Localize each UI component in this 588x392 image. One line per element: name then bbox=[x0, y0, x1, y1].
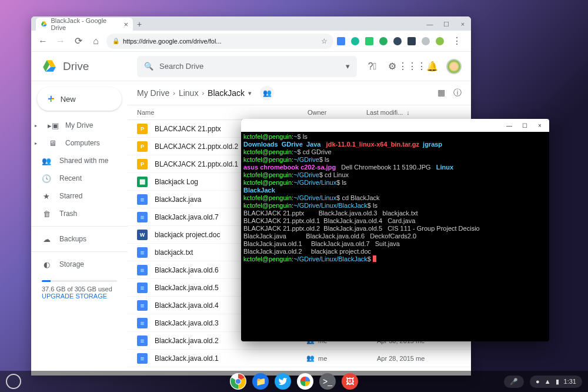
file-type-icon bbox=[137, 300, 148, 311]
info-icon[interactable]: ⓘ bbox=[453, 88, 462, 98]
chromeos-shelf: 📁>_🖼 🎤 ● ▲ ▮ 1:31 bbox=[0, 371, 588, 392]
share-folder-icon[interactable]: 👥 bbox=[260, 86, 274, 100]
back-button[interactable]: ← bbox=[36, 34, 50, 48]
header-icons: ?⃝ ⚙ ⋮⋮⋮ 🔔 bbox=[366, 59, 462, 74]
avatar[interactable] bbox=[446, 59, 462, 74]
wifi-icon: ▲ bbox=[544, 378, 551, 385]
status-tray[interactable]: ● ▲ ▮ 1:31 bbox=[530, 376, 582, 388]
sidebar-icon: ★ bbox=[42, 192, 51, 201]
extension-icon[interactable] bbox=[365, 37, 373, 45]
search-input[interactable]: 🔍 Search Drive ▾ bbox=[137, 56, 357, 77]
extension-icon[interactable] bbox=[337, 37, 345, 45]
tab-bar: BlackJack - Google Drive × + — ☐ × bbox=[31, 16, 471, 31]
sidebar-item-shared-with-me[interactable]: 👥Shared with me bbox=[31, 152, 128, 170]
launcher-button[interactable] bbox=[6, 374, 21, 389]
home-button[interactable]: ⌂ bbox=[89, 34, 103, 48]
extension-icon[interactable] bbox=[422, 37, 430, 45]
sidebar-icon: 👥 bbox=[42, 157, 51, 165]
window-controls: — ☐ × bbox=[422, 18, 471, 31]
terminal-titlebar: — ☐ × bbox=[241, 119, 549, 132]
extension-icon[interactable] bbox=[351, 37, 359, 45]
grid-view-icon[interactable]: ▦ bbox=[437, 88, 445, 98]
address-bar: ← → ⟳ ⌂ 🔒 https://drive.google.com/drive… bbox=[31, 31, 471, 52]
terminal-maximize-button[interactable]: ☐ bbox=[517, 120, 532, 131]
shelf-status[interactable]: 🎤 ● ▲ ▮ 1:31 bbox=[504, 376, 582, 388]
breadcrumb: My Drive › Linux › BlackJack ▾ 👥 ▦ ⓘ bbox=[128, 81, 471, 105]
battery-icon: ▮ bbox=[556, 378, 559, 386]
terminal-body[interactable]: kctofel@penguin:~$ lsDownloads GDrive Ja… bbox=[241, 132, 549, 264]
chevron-right-icon: › bbox=[173, 89, 175, 97]
extension-icon[interactable] bbox=[407, 37, 416, 45]
file-row[interactable]: BlackJack.java.old.1👥meApr 28, 2015 me bbox=[128, 350, 471, 367]
plus-icon: + bbox=[48, 92, 55, 106]
chevron-down-icon[interactable]: ▾ bbox=[248, 89, 252, 97]
shelf-apps: 📁>_🖼 bbox=[230, 373, 358, 390]
file-owner: me bbox=[318, 355, 377, 362]
file-type-icon bbox=[137, 283, 148, 293]
shelf-app-chrome[interactable] bbox=[230, 373, 246, 390]
notifications-icon[interactable]: 🔔 bbox=[426, 61, 438, 72]
mic-button[interactable]: 🎤 bbox=[504, 376, 524, 388]
notification-dot-icon: ● bbox=[536, 378, 540, 385]
list-header: Name Owner Last modifi...↓ bbox=[128, 105, 471, 120]
column-owner[interactable]: Owner bbox=[308, 109, 366, 116]
drive-header: Drive 🔍 Search Drive ▾ ?⃝ ⚙ ⋮⋮⋮ 🔔 bbox=[31, 52, 471, 81]
file-name: BlackJack.java.old.1 bbox=[155, 354, 306, 363]
new-tab-button[interactable]: + bbox=[133, 18, 146, 31]
extension-icon[interactable] bbox=[393, 37, 402, 45]
column-modified[interactable]: Last modifi...↓ bbox=[366, 109, 410, 116]
file-type-icon bbox=[137, 247, 148, 258]
drive-logo-icon bbox=[41, 59, 58, 74]
sidebar-item-computers[interactable]: 🖥Computers bbox=[31, 134, 128, 152]
maximize-button[interactable]: ☐ bbox=[438, 18, 455, 31]
shelf-app-photos[interactable] bbox=[297, 373, 313, 390]
tab-close-icon[interactable]: × bbox=[123, 20, 128, 29]
terminal-minimize-button[interactable]: — bbox=[502, 120, 516, 131]
extension-icons: ⋮ bbox=[337, 34, 466, 48]
sidebar-item-starred[interactable]: ★Starred bbox=[31, 187, 128, 205]
sidebar-item-trash[interactable]: 🗑Trash bbox=[31, 205, 128, 222]
sidebar-icon: 🕓 bbox=[42, 174, 51, 183]
cloud-outline-icon: ◐ bbox=[42, 260, 51, 269]
breadcrumb-current[interactable]: BlackJack bbox=[208, 88, 245, 98]
extension-icon[interactable] bbox=[379, 37, 387, 45]
new-button[interactable]: + New bbox=[37, 87, 122, 111]
bookmark-star-icon[interactable]: ☆ bbox=[321, 37, 328, 45]
file-type-icon bbox=[137, 124, 148, 134]
file-type-icon bbox=[137, 265, 148, 275]
shelf-app-screenshot[interactable]: 🖼 bbox=[342, 373, 358, 390]
clock: 1:31 bbox=[564, 378, 576, 385]
forward-button[interactable]: → bbox=[54, 34, 68, 48]
apps-grid-icon[interactable]: ⋮⋮⋮ bbox=[406, 61, 418, 72]
upgrade-storage-link[interactable]: UPGRADE STORAGE bbox=[42, 293, 117, 300]
reload-button[interactable]: ⟳ bbox=[71, 34, 85, 48]
column-name[interactable]: Name bbox=[137, 109, 308, 116]
shared-icon: 👥 bbox=[306, 354, 315, 362]
file-type-icon bbox=[137, 177, 148, 187]
sidebar-item-my-drive[interactable]: ▸▣My Drive bbox=[31, 117, 128, 134]
sidebar-item-recent[interactable]: 🕓Recent bbox=[31, 170, 128, 187]
drive-logo[interactable]: Drive bbox=[41, 59, 128, 74]
terminal-close-button[interactable]: × bbox=[533, 120, 547, 131]
file-type-icon bbox=[137, 335, 148, 346]
breadcrumb-item[interactable]: My Drive bbox=[137, 88, 169, 98]
close-button[interactable]: × bbox=[455, 18, 471, 31]
url-field[interactable]: 🔒 https://drive.google.com/drive/fol... … bbox=[106, 34, 333, 49]
minimize-button[interactable]: — bbox=[422, 18, 438, 31]
shelf-app-twitter[interactable] bbox=[275, 373, 291, 390]
file-type-icon bbox=[137, 194, 148, 205]
sidebar-item-storage[interactable]: ◐Storage bbox=[31, 255, 128, 273]
browser-tab[interactable]: BlackJack - Google Drive × bbox=[36, 18, 133, 31]
breadcrumb-item[interactable]: Linux bbox=[179, 88, 198, 98]
url-text: https://drive.google.com/drive/fol... bbox=[123, 38, 222, 45]
settings-gear-icon[interactable]: ⚙ bbox=[386, 61, 398, 72]
sidebar-icon: ▸▣ bbox=[48, 121, 57, 130]
shelf-app-files[interactable]: 📁 bbox=[252, 373, 269, 390]
file-modified: Apr 28, 2015 me bbox=[377, 355, 425, 362]
help-icon[interactable]: ?⃝ bbox=[366, 61, 378, 72]
menu-button[interactable]: ⋮ bbox=[450, 34, 464, 48]
search-options-icon[interactable]: ▾ bbox=[346, 62, 350, 71]
extension-icon[interactable] bbox=[436, 37, 444, 45]
sidebar-item-backups[interactable]: ☁Backups bbox=[31, 230, 128, 248]
shelf-app-terminal[interactable]: >_ bbox=[319, 373, 336, 390]
